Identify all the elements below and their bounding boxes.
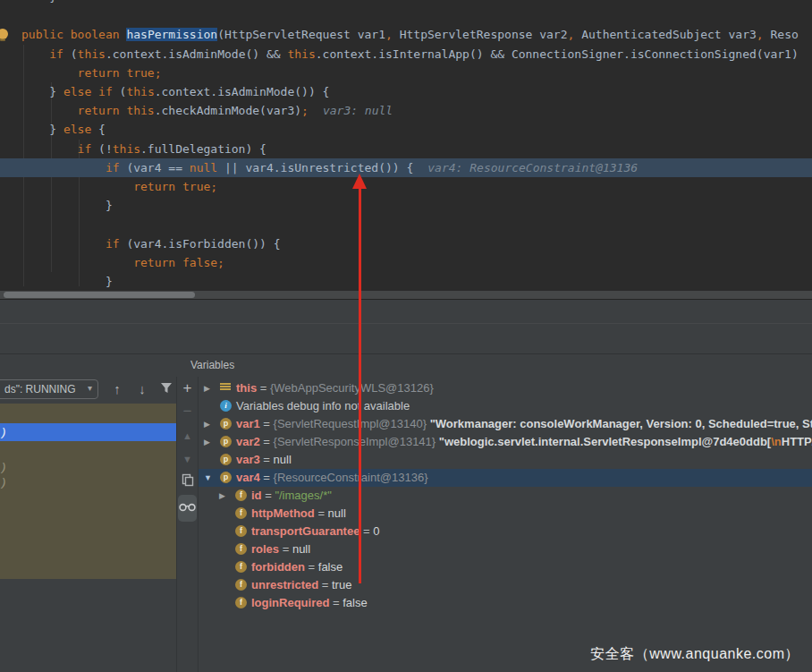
variable-row[interactable]: ▶this = {WebAppSecurityWLS@13126} bbox=[199, 379, 812, 397]
variable-row[interactable]: floginRequired = false bbox=[199, 594, 812, 612]
annotation-arrow-head bbox=[352, 174, 367, 189]
variable-segment-name: transportGuarantee bbox=[251, 524, 359, 538]
debugger-inline-hint: var4: ResourceConstraint@13136 bbox=[427, 161, 638, 174]
code-line[interactable]: } else if (this.context.isAdminMode()) { bbox=[0, 82, 812, 101]
variable-segment-strgreen: "/images/*" bbox=[275, 489, 331, 502]
variable-segment-name: loginRequired bbox=[251, 596, 329, 609]
code-token: ( bbox=[71, 47, 78, 61]
variable-segment-plain: false bbox=[318, 560, 343, 574]
move-watch-down-button[interactable]: ▼ bbox=[177, 454, 198, 464]
variable-text: Variables debug info not available bbox=[236, 397, 410, 415]
thread-selector-dropdown[interactable]: ds": RUNNING ▾ bbox=[0, 379, 98, 399]
chevron-down-icon: ▾ bbox=[88, 383, 92, 393]
variable-segment-name: var2 bbox=[236, 435, 260, 448]
variable-row[interactable]: fforbidden = false bbox=[199, 558, 812, 576]
field-icon: f bbox=[235, 579, 247, 591]
frame-text-fragment: ) bbox=[0, 475, 5, 489]
code-line[interactable] bbox=[0, 6, 812, 25]
frame-down-button[interactable]: ↓ bbox=[132, 379, 152, 399]
intention-lightbulb-icon[interactable] bbox=[0, 28, 11, 43]
watermark-text: 安全客（www.anquanke.com） bbox=[590, 645, 799, 664]
code-line[interactable]: if (this.context.isAdminMode() && this.c… bbox=[0, 45, 812, 64]
code-token: } bbox=[49, 0, 56, 4]
code-token: AuthenticatedSubject var3 bbox=[581, 28, 757, 41]
execution-line[interactable]: if (var4 == null || var4.isUnrestricted(… bbox=[0, 158, 812, 177]
code-token: (HttpServletRequest var1 bbox=[217, 28, 385, 41]
variable-segment-eq: = bbox=[305, 560, 318, 574]
code-token: , bbox=[385, 28, 400, 41]
code-token: else bbox=[63, 123, 98, 136]
code-token: return false; bbox=[133, 256, 224, 269]
code-token: , bbox=[568, 28, 582, 41]
variable-segment-name: this bbox=[236, 381, 257, 395]
variable-row[interactable]: pvar3 = null bbox=[199, 451, 812, 469]
frame-row-selected[interactable]: ) bbox=[0, 423, 176, 441]
scrollbar-thumb[interactable] bbox=[4, 292, 195, 298]
code-token: (! bbox=[98, 142, 113, 156]
variable-segment-eq: = bbox=[359, 524, 373, 538]
code-line[interactable]: } bbox=[0, 0, 812, 6]
variable-row[interactable]: ▼pvar4 = {ResourceConstraint@13136} bbox=[199, 469, 812, 487]
variable-text: id = "/images/*" bbox=[251, 487, 332, 505]
code-token: if bbox=[106, 237, 126, 251]
code-line[interactable]: if (!this.fullDelegation) { bbox=[0, 140, 812, 158]
variable-row[interactable]: fhttpMethod = null bbox=[199, 505, 812, 523]
frame-row[interactable]: ) bbox=[0, 473, 176, 491]
variable-row[interactable]: froles = null bbox=[199, 540, 812, 558]
debugger-inline-hint: var3: null bbox=[323, 104, 393, 117]
variable-segment-name: roles bbox=[251, 542, 279, 556]
code-line[interactable]: if (var4.isForbidden()) { bbox=[0, 234, 812, 253]
code-line[interactable]: } bbox=[0, 272, 812, 291]
chevron-right-icon[interactable]: ▶ bbox=[219, 487, 225, 505]
variable-row[interactable]: ▶pvar1 = {ServletRequestImpl@13140} "Wor… bbox=[199, 415, 812, 433]
code-token: , bbox=[757, 28, 771, 41]
code-token: } bbox=[49, 85, 63, 98]
code-line[interactable]: public boolean hasPermission(HttpServlet… bbox=[0, 25, 812, 44]
info-icon: i bbox=[220, 400, 232, 412]
code-line[interactable]: return false; bbox=[0, 253, 812, 272]
filter-icon[interactable] bbox=[156, 379, 176, 399]
code-line[interactable] bbox=[0, 215, 812, 234]
variable-row[interactable]: ▶fid = "/images/*" bbox=[199, 487, 812, 505]
code-token: .context.isAdminMode()) { bbox=[155, 85, 330, 98]
duplicate-watch-icon[interactable] bbox=[177, 473, 198, 490]
code-token: } bbox=[106, 199, 113, 212]
frame-up-button[interactable]: ↑ bbox=[107, 379, 127, 399]
variable-segment-plain: false bbox=[343, 596, 367, 609]
code-line[interactable]: } else { bbox=[0, 120, 812, 139]
variable-row[interactable]: ▶pvar2 = {ServletResponseImpl@13141} "we… bbox=[199, 433, 812, 451]
variables-tree[interactable]: ▶this = {WebAppSecurityWLS@13126}iVariab… bbox=[199, 354, 812, 672]
editor-horizontal-scrollbar[interactable] bbox=[0, 291, 812, 299]
code-line[interactable]: return true; bbox=[0, 177, 812, 196]
code-line[interactable]: } bbox=[0, 196, 812, 215]
variable-row[interactable]: funrestricted = true bbox=[199, 576, 812, 594]
code-token: return true; bbox=[78, 66, 162, 80]
code-line[interactable]: return true; bbox=[0, 64, 812, 82]
code-token: { bbox=[98, 123, 106, 136]
chevron-down-icon[interactable]: ▼ bbox=[204, 469, 212, 487]
variable-segment-eq: = bbox=[262, 489, 275, 502]
variable-row[interactable]: iVariables debug info not available bbox=[199, 397, 812, 415]
variable-text: loginRequired = false bbox=[251, 594, 368, 612]
variable-segment-name: forbidden bbox=[251, 560, 305, 574]
code-token: HttpServletResponse var2 bbox=[400, 28, 568, 41]
chevron-right-icon[interactable]: ▶ bbox=[204, 433, 210, 451]
remove-watch-button[interactable]: − bbox=[177, 404, 198, 420]
variable-segment-str: "Workmanager: consoleWorkManager, Versio… bbox=[430, 417, 812, 430]
code-token: } bbox=[49, 123, 63, 136]
chevron-right-icon[interactable]: ▶ bbox=[204, 415, 210, 433]
frames-list[interactable]: ))) bbox=[0, 404, 176, 579]
code-editor[interactable]: }public boolean hasPermission(HttpServle… bbox=[0, 0, 812, 299]
code-token: } bbox=[106, 275, 113, 288]
variable-segment-name: var4 bbox=[236, 471, 260, 484]
show-watches-toggle[interactable] bbox=[178, 495, 197, 522]
variable-segment-esc: \n bbox=[771, 435, 782, 448]
move-watch-up-button[interactable]: ▲ bbox=[177, 430, 198, 441]
code-line[interactable]: return this.checkAdminMode(var3);var3: n… bbox=[0, 101, 812, 120]
variable-row[interactable]: ftransportGuarantee = 0 bbox=[199, 523, 812, 540]
code-token: .fullDelegation) { bbox=[140, 142, 266, 156]
add-watch-button[interactable]: + bbox=[177, 380, 198, 396]
code-token: .context.isAdminMode() && bbox=[106, 47, 288, 61]
variable-segment-eq: = bbox=[260, 453, 274, 466]
chevron-right-icon[interactable]: ▶ bbox=[204, 379, 210, 397]
